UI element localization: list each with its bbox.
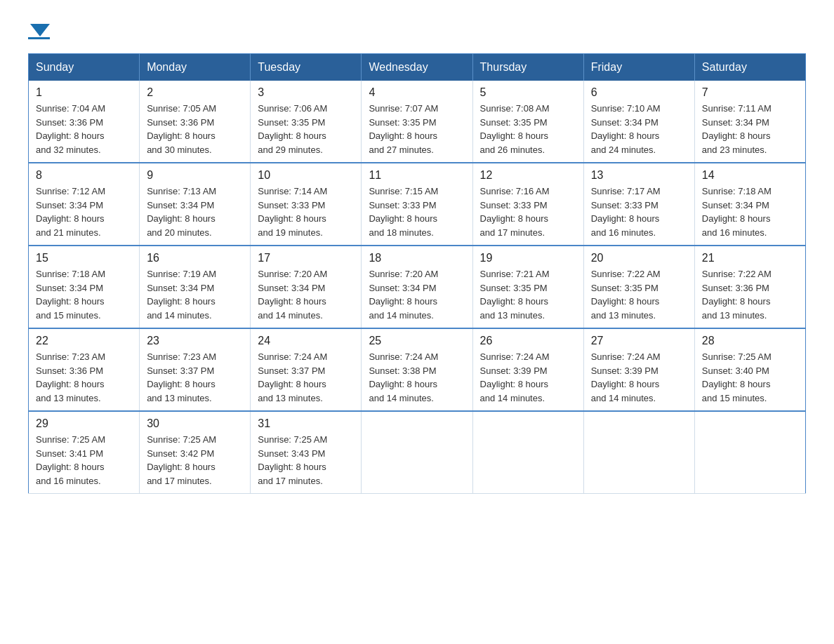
day-number: 13 (591, 169, 687, 182)
calendar-day-cell: 7 Sunrise: 7:11 AMSunset: 3:34 PMDayligh… (694, 81, 805, 163)
day-info: Sunrise: 7:24 AMSunset: 3:39 PMDaylight:… (480, 350, 576, 405)
day-info: Sunrise: 7:25 AMSunset: 3:41 PMDaylight:… (36, 433, 132, 488)
weekday-header-friday: Friday (583, 54, 694, 81)
day-info: Sunrise: 7:04 AMSunset: 3:36 PMDaylight:… (36, 102, 132, 156)
day-info: Sunrise: 7:08 AMSunset: 3:35 PMDaylight:… (480, 102, 576, 156)
day-number: 15 (36, 252, 132, 264)
calendar-day-cell: 11 Sunrise: 7:15 AMSunset: 3:33 PMDaylig… (362, 163, 472, 246)
weekday-header-saturday: Saturday (694, 54, 805, 81)
calendar-week-row: 22 Sunrise: 7:23 AMSunset: 3:36 PMDaylig… (29, 328, 806, 411)
day-number: 4 (369, 86, 465, 99)
day-number: 22 (36, 335, 132, 347)
day-number: 9 (147, 169, 243, 182)
calendar-day-cell: 13 Sunrise: 7:17 AMSunset: 3:33 PMDaylig… (583, 163, 694, 246)
day-number: 19 (480, 252, 576, 264)
day-info: Sunrise: 7:23 AMSunset: 3:36 PMDaylight:… (36, 350, 132, 405)
day-number: 28 (702, 335, 798, 347)
day-number: 21 (702, 252, 798, 264)
day-number: 25 (369, 335, 465, 347)
weekday-header-row: SundayMondayTuesdayWednesdayThursdayFrid… (29, 54, 806, 81)
day-number: 24 (258, 335, 354, 347)
day-info: Sunrise: 7:17 AMSunset: 3:33 PMDaylight:… (591, 185, 687, 239)
weekday-header-thursday: Thursday (472, 54, 583, 81)
calendar-day-cell: 1 Sunrise: 7:04 AMSunset: 3:36 PMDayligh… (29, 81, 140, 163)
day-info: Sunrise: 7:14 AMSunset: 3:33 PMDaylight:… (258, 185, 354, 239)
day-number: 18 (369, 252, 465, 264)
calendar-day-cell: 5 Sunrise: 7:08 AMSunset: 3:35 PMDayligh… (472, 81, 583, 163)
logo-underline (28, 37, 50, 39)
day-info: Sunrise: 7:07 AMSunset: 3:35 PMDaylight:… (369, 102, 465, 156)
day-number: 2 (147, 86, 243, 99)
calendar-day-cell: 23 Sunrise: 7:23 AMSunset: 3:37 PMDaylig… (140, 328, 251, 411)
day-info: Sunrise: 7:18 AMSunset: 3:34 PMDaylight:… (36, 267, 132, 322)
day-info: Sunrise: 7:12 AMSunset: 3:34 PMDaylight:… (36, 185, 132, 239)
day-info: Sunrise: 7:15 AMSunset: 3:33 PMDaylight:… (369, 185, 465, 239)
day-number: 12 (480, 169, 576, 182)
logo (28, 21, 50, 39)
calendar-day-cell: 18 Sunrise: 7:20 AMSunset: 3:34 PMDaylig… (362, 246, 472, 328)
day-number: 23 (147, 335, 243, 347)
weekday-header-tuesday: Tuesday (251, 54, 362, 81)
calendar-day-cell: 10 Sunrise: 7:14 AMSunset: 3:33 PMDaylig… (251, 163, 362, 246)
calendar-day-cell: 3 Sunrise: 7:06 AMSunset: 3:35 PMDayligh… (251, 81, 362, 163)
calendar-day-cell: 26 Sunrise: 7:24 AMSunset: 3:39 PMDaylig… (472, 328, 583, 411)
calendar-week-row: 29 Sunrise: 7:25 AMSunset: 3:41 PMDaylig… (29, 411, 806, 494)
day-number: 8 (36, 169, 132, 182)
calendar-day-cell: 30 Sunrise: 7:25 AMSunset: 3:42 PMDaylig… (140, 411, 251, 494)
day-number: 31 (258, 417, 354, 430)
day-number: 3 (258, 86, 354, 99)
day-number: 11 (369, 169, 465, 182)
calendar-day-cell: 31 Sunrise: 7:25 AMSunset: 3:43 PMDaylig… (251, 411, 362, 494)
calendar-day-cell: 9 Sunrise: 7:13 AMSunset: 3:34 PMDayligh… (140, 163, 251, 246)
calendar-day-cell: 19 Sunrise: 7:21 AMSunset: 3:35 PMDaylig… (472, 246, 583, 328)
day-info: Sunrise: 7:13 AMSunset: 3:34 PMDaylight:… (147, 185, 243, 239)
calendar-day-cell: 14 Sunrise: 7:18 AMSunset: 3:34 PMDaylig… (694, 163, 805, 246)
day-info: Sunrise: 7:20 AMSunset: 3:34 PMDaylight:… (258, 267, 354, 322)
calendar-day-cell (472, 411, 583, 494)
day-info: Sunrise: 7:22 AMSunset: 3:35 PMDaylight:… (591, 267, 687, 322)
day-info: Sunrise: 7:05 AMSunset: 3:36 PMDaylight:… (147, 102, 243, 156)
day-info: Sunrise: 7:24 AMSunset: 3:39 PMDaylight:… (591, 350, 687, 405)
day-number: 16 (147, 252, 243, 264)
day-number: 27 (591, 335, 687, 347)
day-info: Sunrise: 7:25 AMSunset: 3:40 PMDaylight:… (702, 350, 798, 405)
day-info: Sunrise: 7:16 AMSunset: 3:33 PMDaylight:… (480, 185, 576, 239)
day-number: 20 (591, 252, 687, 264)
calendar-day-cell: 8 Sunrise: 7:12 AMSunset: 3:34 PMDayligh… (29, 163, 140, 246)
day-number: 6 (591, 86, 687, 99)
calendar-day-cell: 29 Sunrise: 7:25 AMSunset: 3:41 PMDaylig… (29, 411, 140, 494)
calendar-day-cell: 25 Sunrise: 7:24 AMSunset: 3:38 PMDaylig… (362, 328, 472, 411)
calendar-day-cell (583, 411, 694, 494)
day-number: 17 (258, 252, 354, 264)
day-number: 10 (258, 169, 354, 182)
day-number: 29 (36, 417, 132, 430)
day-info: Sunrise: 7:19 AMSunset: 3:34 PMDaylight:… (147, 267, 243, 322)
calendar-day-cell: 17 Sunrise: 7:20 AMSunset: 3:34 PMDaylig… (251, 246, 362, 328)
day-info: Sunrise: 7:21 AMSunset: 3:35 PMDaylight:… (480, 267, 576, 322)
day-number: 30 (147, 417, 243, 430)
day-info: Sunrise: 7:06 AMSunset: 3:35 PMDaylight:… (258, 102, 354, 156)
weekday-header-sunday: Sunday (29, 54, 140, 81)
calendar-table: SundayMondayTuesdayWednesdayThursdayFrid… (28, 53, 806, 494)
day-number: 5 (480, 86, 576, 99)
day-number: 14 (702, 169, 798, 182)
calendar-day-cell: 20 Sunrise: 7:22 AMSunset: 3:35 PMDaylig… (583, 246, 694, 328)
weekday-header-monday: Monday (140, 54, 251, 81)
day-info: Sunrise: 7:20 AMSunset: 3:34 PMDaylight:… (369, 267, 465, 322)
calendar-week-row: 15 Sunrise: 7:18 AMSunset: 3:34 PMDaylig… (29, 246, 806, 328)
day-info: Sunrise: 7:10 AMSunset: 3:34 PMDaylight:… (591, 102, 687, 156)
day-info: Sunrise: 7:11 AMSunset: 3:34 PMDaylight:… (702, 102, 798, 156)
day-number: 26 (480, 335, 576, 347)
calendar-day-cell (362, 411, 472, 494)
weekday-header-wednesday: Wednesday (362, 54, 472, 81)
calendar-day-cell: 12 Sunrise: 7:16 AMSunset: 3:33 PMDaylig… (472, 163, 583, 246)
logo-arrow-icon (30, 24, 50, 36)
calendar-day-cell: 16 Sunrise: 7:19 AMSunset: 3:34 PMDaylig… (140, 246, 251, 328)
calendar-day-cell: 6 Sunrise: 7:10 AMSunset: 3:34 PMDayligh… (583, 81, 694, 163)
day-info: Sunrise: 7:18 AMSunset: 3:34 PMDaylight:… (702, 185, 798, 239)
day-number: 7 (702, 86, 798, 99)
calendar-day-cell: 28 Sunrise: 7:25 AMSunset: 3:40 PMDaylig… (694, 328, 805, 411)
day-info: Sunrise: 7:24 AMSunset: 3:38 PMDaylight:… (369, 350, 465, 405)
calendar-day-cell: 27 Sunrise: 7:24 AMSunset: 3:39 PMDaylig… (583, 328, 694, 411)
calendar-day-cell: 15 Sunrise: 7:18 AMSunset: 3:34 PMDaylig… (29, 246, 140, 328)
